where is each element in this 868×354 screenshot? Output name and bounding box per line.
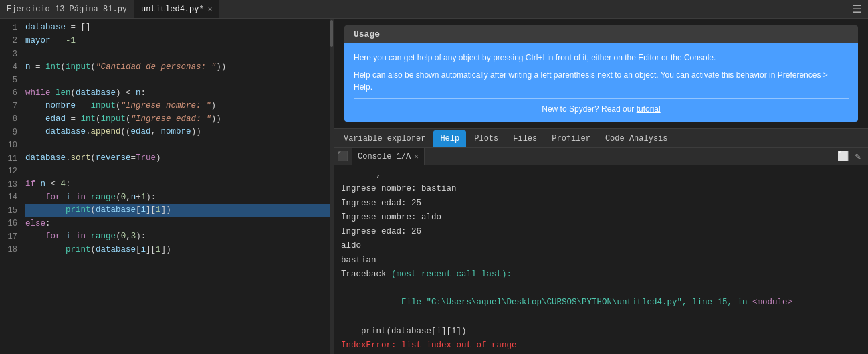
tab-files[interactable]: Files xyxy=(506,130,544,147)
tab-variable-explorer-label: Variable explorer xyxy=(344,134,425,143)
main-area: 1 2 3 4 5 6 7 8 9 10 11 12 13 14 15 16 1… xyxy=(0,19,868,354)
code-line-10 xyxy=(25,139,330,153)
console-line-7: Ingrese edad: 26 xyxy=(341,225,861,239)
code-line-6: while len(database) < n: xyxy=(25,87,330,100)
tutorial-link[interactable]: New to Spyder? Read our tutorial xyxy=(354,104,849,114)
console-line-12: print(database[i][1]) xyxy=(341,325,861,339)
code-line-1: database = [] xyxy=(25,21,330,35)
console-line-0: , xyxy=(341,168,861,182)
console-maximize-button[interactable]: ⬜ xyxy=(835,151,851,162)
panel-tabs: Variable explorer Help Plots Files Profi… xyxy=(334,128,868,147)
tab-profiler-label: Profiler xyxy=(552,134,590,143)
tab-bar: Ejercicio 13 Página 81.py untitled4.py* … xyxy=(0,0,868,19)
console-pane: ⬛ Console 1/A ✕ ⬜ ✎ , Ingrese nombre: ba… xyxy=(334,147,868,354)
usage-title: Usage xyxy=(344,25,858,43)
console-line-5: Ingrese nombre: aldo xyxy=(341,211,861,225)
code-line-13: if n < 4: xyxy=(25,178,330,191)
console-line-11: File "C:\Users\aquel\Desktop\CURSOS\PYTH… xyxy=(341,282,861,325)
code-line-17: for i in range(0,3): xyxy=(25,230,330,244)
code-line-3 xyxy=(25,48,330,61)
console-tab-bar: ⬛ Console 1/A ✕ ⬜ ✎ xyxy=(334,148,868,165)
tab-profiler[interactable]: Profiler xyxy=(545,130,597,147)
usage-body-text2: Help can also be shown automatically aft… xyxy=(354,69,849,93)
console-line-9: bastian xyxy=(341,254,861,268)
code-line-11: database.sort(reverse=True) xyxy=(25,152,330,165)
tab-menu-button[interactable]: ☰ xyxy=(845,3,868,16)
tab-help-label: Help xyxy=(440,134,459,143)
console-actions: ⬜ ✎ xyxy=(835,151,865,162)
code-area[interactable]: database = [] mayor = -1 n = int(input("… xyxy=(20,19,330,354)
console-icon: ⬛ xyxy=(337,151,348,162)
console-line-8: aldo xyxy=(341,239,861,253)
line-numbers: 1 2 3 4 5 6 7 8 9 10 11 12 13 14 15 16 1… xyxy=(0,19,20,354)
tab-help[interactable]: Help xyxy=(433,130,466,147)
right-pane: Usage Here you can get help of any objec… xyxy=(334,19,868,354)
tutorial-anchor[interactable]: tutorial xyxy=(637,104,661,114)
code-line-12 xyxy=(25,165,330,179)
console-line-1: Ingrese nombre: bastian xyxy=(341,182,861,196)
code-line-15: print(database[i][1]) xyxy=(25,204,330,217)
usage-body: Here you can get help of any object by p… xyxy=(344,43,858,122)
tab-untitled-label: untitled4.py* xyxy=(141,5,204,14)
tab-code-analysis[interactable]: Code Analysis xyxy=(599,130,675,147)
help-panel: Usage Here you can get help of any objec… xyxy=(334,19,868,147)
tab-code-analysis-label: Code Analysis xyxy=(605,134,668,143)
tab-plots-label: Plots xyxy=(474,134,498,143)
code-line-7: nombre = input("Ingrese nombre: ") xyxy=(25,100,330,113)
console-options-button[interactable]: ✎ xyxy=(853,151,863,162)
code-line-8: edad = int(input("Ingrese edad: ")) xyxy=(25,113,330,126)
tab-ejercicio[interactable]: Ejercicio 13 Página 81.py xyxy=(0,0,134,18)
code-line-16: else: xyxy=(25,217,330,231)
console-line-14: IndexError: list index out of range xyxy=(341,339,861,353)
code-line-4: n = int(input("Cantidad de personas: ")) xyxy=(25,61,330,74)
scroll-thumb[interactable] xyxy=(330,20,333,47)
usage-divider xyxy=(354,98,849,99)
editor-content: 1 2 3 4 5 6 7 8 9 10 11 12 13 14 15 16 1… xyxy=(0,19,334,354)
scroll-indicator xyxy=(330,19,334,354)
tab-variable-explorer[interactable]: Variable explorer xyxy=(337,130,432,147)
tab-untitled[interactable]: untitled4.py* ✕ xyxy=(134,0,219,18)
editor-pane: 1 2 3 4 5 6 7 8 9 10 11 12 13 14 15 16 1… xyxy=(0,19,334,354)
code-line-2: mayor = -1 xyxy=(25,35,330,48)
code-line-14: for i in range(0,n+1): xyxy=(25,191,330,205)
usage-body-text1: Here you can get help of any object by p… xyxy=(354,52,849,64)
tab-files-label: Files xyxy=(513,134,537,143)
console-line-10: Traceback (most recent call last): xyxy=(341,268,861,282)
tab-untitled-close[interactable]: ✕ xyxy=(208,5,213,13)
console-output[interactable]: , Ingrese nombre: bastian Ingrese edad: … xyxy=(334,165,868,354)
tab-plots[interactable]: Plots xyxy=(467,130,505,147)
code-line-5 xyxy=(25,74,330,87)
code-line-9: database.append((edad, nombre)) xyxy=(25,126,330,139)
console-tab-close[interactable]: ✕ xyxy=(414,152,419,161)
usage-box: Usage Here you can get help of any objec… xyxy=(344,25,858,122)
console-tab-label: Console 1/A xyxy=(358,152,411,161)
console-tab[interactable]: Console 1/A ✕ xyxy=(352,148,425,165)
code-line-18: print(database[i][1]) xyxy=(25,244,330,257)
tab-ejercicio-label: Ejercicio 13 Página 81.py xyxy=(7,5,127,14)
console-line-3: Ingrese edad: 25 xyxy=(341,197,861,211)
